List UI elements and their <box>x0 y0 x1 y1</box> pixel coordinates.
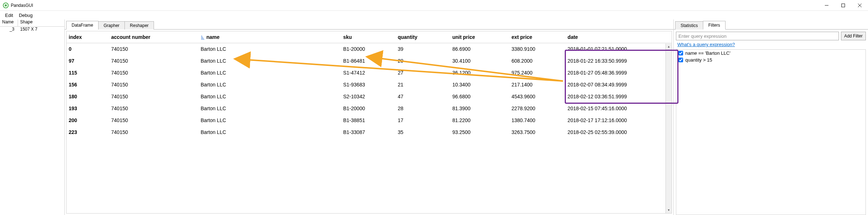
cell-price: 96.6800 <box>450 91 509 103</box>
data-table[interactable]: index account number name sku <box>67 31 672 138</box>
cell-account: 740150 <box>109 79 199 91</box>
cell-ext: 975.2400 <box>509 67 565 79</box>
cell-date: 2018-02-25 02:55:39.0000 <box>565 126 672 138</box>
cell-price: 30.4100 <box>450 55 509 67</box>
col-header-ext-price[interactable]: ext price <box>509 31 565 43</box>
cell-name: Barton LLC <box>199 91 341 103</box>
cell-sku: B1-20000 <box>341 103 396 115</box>
add-filter-button[interactable]: Add Filter <box>841 32 866 40</box>
center-panel: DataFrame Grapher Reshaper index account… <box>65 19 674 215</box>
cell-account: 740150 <box>109 103 199 115</box>
cell-index: 0 <box>67 43 109 55</box>
cell-sku: S1-47412 <box>341 67 396 79</box>
cell-date: 2018-02-12 03:36:51.9999 <box>565 91 672 103</box>
cell-qty: 35 <box>396 126 450 138</box>
titlebar: PandasGUI <box>0 0 868 11</box>
col-header-sku[interactable]: sku <box>341 31 396 43</box>
cell-date: 2018-02-15 07:45:16.0000 <box>565 103 672 115</box>
cell-index: 223 <box>67 126 109 138</box>
maximize-button[interactable] <box>835 0 851 11</box>
cell-sku: S1-93683 <box>341 79 396 91</box>
cell-index: 193 <box>67 103 109 115</box>
cell-date: 2018-02-17 17:12:16.0000 <box>565 115 672 126</box>
filter-checkbox[interactable] <box>678 58 683 62</box>
table-row[interactable]: 0740150Barton LLCB1-200003986.69003380.9… <box>67 43 672 55</box>
menu-debug[interactable]: Debug <box>16 12 35 19</box>
cell-name: Barton LLC <box>199 43 341 55</box>
tab-grapher[interactable]: Grapher <box>98 21 125 30</box>
cell-qty: 27 <box>396 67 450 79</box>
cell-sku: B1-86481 <box>341 55 396 67</box>
cell-index: 180 <box>67 91 109 103</box>
col-header-unit-price[interactable]: unit price <box>450 31 509 43</box>
cell-ext: 4543.9600 <box>509 91 565 103</box>
cell-account: 740150 <box>109 43 199 55</box>
table-row[interactable]: 223740150Barton LLCB1-330873593.25003263… <box>67 126 672 138</box>
right-panel: Statistics Filters Add Filter What's a q… <box>674 19 868 215</box>
vertical-scrollbar[interactable]: ▲ ▼ <box>665 44 672 213</box>
col-header-account[interactable]: account number <box>109 31 199 43</box>
cell-account: 740150 <box>109 126 199 138</box>
svg-rect-1 <box>842 4 845 7</box>
table-row[interactable]: 180740150Barton LLCS2-103424796.68004543… <box>67 91 672 103</box>
dataframe-list-panel: Name Shape _3 1507 X 7 <box>0 19 65 215</box>
cell-ext: 1380.7400 <box>509 115 565 126</box>
app-icon <box>3 3 9 8</box>
menubar: Edit Debug <box>0 11 868 19</box>
cell-index: 97 <box>67 55 109 67</box>
col-header-quantity[interactable]: quantity <box>396 31 450 43</box>
filter-item[interactable]: name == 'Barton LLC' <box>676 50 865 57</box>
cell-name: Barton LLC <box>199 67 341 79</box>
window-title: PandasGUI <box>11 3 33 8</box>
cell-ext: 3380.9100 <box>509 43 565 55</box>
cell-name: Barton LLC <box>199 103 341 115</box>
table-row[interactable]: 156740150Barton LLCS1-936832110.3400217.… <box>67 79 672 91</box>
menu-edit[interactable]: Edit <box>2 12 16 19</box>
cell-qty: 20 <box>396 55 450 67</box>
cell-date: 2018-02-07 08:34:49.9999 <box>565 79 672 91</box>
filter-item[interactable]: quantity > 15 <box>676 57 865 63</box>
dataframe-list-row[interactable]: _3 1507 X 7 <box>0 27 64 34</box>
cell-sku: B1-20000 <box>341 43 396 55</box>
col-header-index[interactable]: index <box>67 31 109 43</box>
cell-qty: 28 <box>396 103 450 115</box>
col-header-date[interactable]: date <box>565 31 672 43</box>
tab-dataframe[interactable]: DataFrame <box>66 21 99 30</box>
cell-date: 2018-01-22 16:33:50.9999 <box>565 55 672 67</box>
table-row[interactable]: 193740150Barton LLCB1-200002881.39002278… <box>67 103 672 115</box>
cell-account: 740150 <box>109 91 199 103</box>
tab-reshaper[interactable]: Reshaper <box>124 21 154 30</box>
minimize-button[interactable] <box>818 0 835 11</box>
tab-statistics[interactable]: Statistics <box>675 21 703 30</box>
cell-price: 93.2500 <box>450 126 509 138</box>
cell-name: Barton LLC <box>199 55 341 67</box>
filter-expression-input[interactable] <box>676 32 839 40</box>
cell-price: 10.3400 <box>450 79 509 91</box>
cell-index: 156 <box>67 79 109 91</box>
scroll-up-icon[interactable]: ▲ <box>666 44 672 50</box>
filter-checkbox[interactable] <box>678 51 683 55</box>
cell-sku: B1-38851 <box>341 115 396 126</box>
cell-date: 2018-01-01 07:21:51.0000 <box>565 43 672 55</box>
left-header-shape[interactable]: Shape <box>18 19 64 26</box>
dataframe-name-cell: _3 <box>0 27 18 34</box>
cell-price: 81.3900 <box>450 103 509 115</box>
col-header-name[interactable]: name <box>199 31 341 43</box>
cell-index: 115 <box>67 67 109 79</box>
col-header-name-label: name <box>206 34 220 40</box>
tab-filters[interactable]: Filters <box>703 21 726 30</box>
cell-price: 86.6900 <box>450 43 509 55</box>
cell-qty: 39 <box>396 43 450 55</box>
cell-name: Barton LLC <box>199 79 341 91</box>
query-help-link[interactable]: What's a query expression? <box>677 42 735 47</box>
left-header-name[interactable]: Name <box>0 19 18 26</box>
table-row[interactable]: 200740150Barton LLCB1-388511781.22001380… <box>67 115 672 126</box>
table-row[interactable]: 97740150Barton LLCB1-864812030.4100608.2… <box>67 55 672 67</box>
scroll-down-icon[interactable]: ▼ <box>666 207 672 213</box>
close-button[interactable] <box>851 0 868 11</box>
table-row[interactable]: 115740150Barton LLCS1-474122736.1200975.… <box>67 67 672 79</box>
cell-price: 81.2200 <box>450 115 509 126</box>
cell-index: 200 <box>67 115 109 126</box>
cell-name: Barton LLC <box>199 126 341 138</box>
cell-ext: 2278.9200 <box>509 103 565 115</box>
